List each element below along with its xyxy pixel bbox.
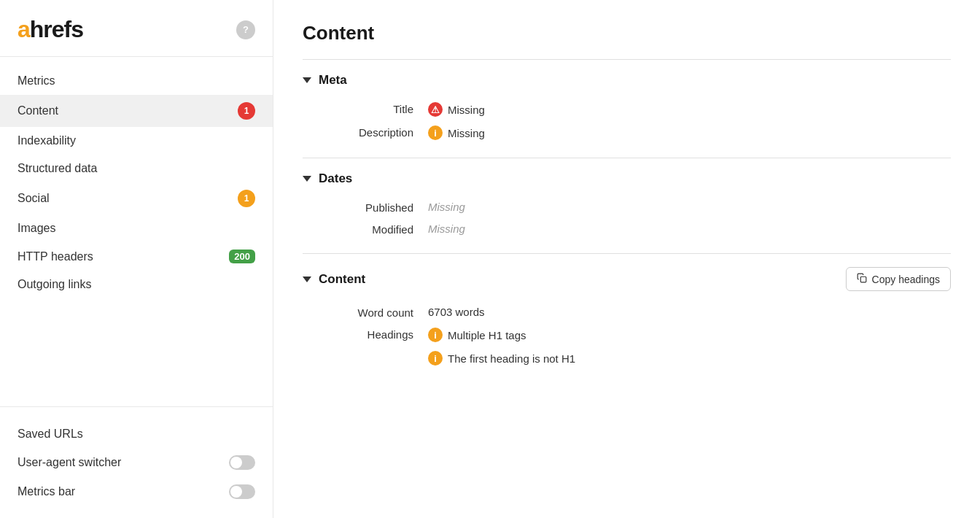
badge-http-headers: 200 <box>229 250 255 263</box>
sidebar-item-label-structured-data: Structured data <box>18 162 97 175</box>
info-icon: i <box>428 125 443 140</box>
sidebar-bottom: Saved URLsUser-agent switcherMetrics bar <box>0 413 273 518</box>
field-text-meta-1: Missing <box>448 127 485 139</box>
field-value-meta-1: iMissing <box>428 125 485 140</box>
sidebar-logo-area: ahrefs ? <box>0 0 273 57</box>
toggle-label-user-agent-switcher: User-agent switcher <box>18 456 121 469</box>
field-label-content-1: Headings <box>326 328 413 341</box>
copy-headings-label: Copy headings <box>872 274 940 285</box>
sidebar-item-label-http-headers: HTTP headers <box>18 250 93 263</box>
section-header-left-content: Content <box>303 272 365 287</box>
section-dates: DatesPublishedMissingModifiedMissing <box>303 158 951 253</box>
field-label-dates-1: Modified <box>326 223 413 236</box>
field-value-dates-1: Missing <box>428 223 465 235</box>
sidebar-item-indexability[interactable]: Indexability <box>0 127 273 155</box>
section-title-dates: Dates <box>319 171 352 186</box>
sidebar-item-label-saved-urls: Saved URLs <box>18 428 83 441</box>
main-content: Content MetaTitle⚠MissingDescriptioniMis… <box>273 0 980 518</box>
field-label-dates-0: Published <box>326 201 413 214</box>
field-value-content-0: 6703 words <box>428 306 485 318</box>
warning-icon: ⚠ <box>428 102 443 117</box>
section-title-content: Content <box>319 272 365 287</box>
field-label-content-2 <box>326 351 413 352</box>
sidebar-item-http-headers[interactable]: HTTP headers200 <box>0 242 273 271</box>
chevron-content[interactable] <box>303 277 311 282</box>
toggle-row-user-agent-switcher: User-agent switcher <box>0 448 273 477</box>
toggle-user-agent-switcher[interactable] <box>229 455 255 470</box>
badge-social: 1 <box>238 190 255 207</box>
page-title: Content <box>303 22 951 45</box>
field-row-content-2: iThe first heading is not H1 <box>303 347 951 370</box>
field-value-content-1: iMultiple H1 tags <box>428 328 526 342</box>
copy-icon <box>857 273 867 285</box>
field-row-content-1: HeadingsiMultiple H1 tags <box>303 323 951 347</box>
chevron-meta[interactable] <box>303 77 311 83</box>
field-row-meta-0: Title⚠Missing <box>303 98 951 121</box>
field-value-content-2: iThe first heading is not H1 <box>428 351 575 366</box>
info-icon: i <box>428 328 443 342</box>
sidebar-divider <box>0 406 273 407</box>
field-text-dates-0: Missing <box>428 201 465 213</box>
toggle-label-metrics-bar: Metrics bar <box>18 485 75 498</box>
svg-rect-0 <box>860 277 866 282</box>
info-icon: i <box>428 351 443 366</box>
field-label-meta-1: Description <box>326 125 413 139</box>
sidebar-item-label-images: Images <box>18 222 55 235</box>
field-label-meta-0: Title <box>326 102 413 115</box>
field-row-dates-0: PublishedMissing <box>303 196 951 218</box>
field-label-content-0: Word count <box>326 306 413 319</box>
field-text-meta-0: Missing <box>448 104 485 116</box>
section-header-row-content: ContentCopy headings <box>303 267 951 291</box>
field-value-dates-0: Missing <box>428 201 465 213</box>
section-content: ContentCopy headingsWord count6703 words… <box>303 253 951 383</box>
section-meta: MetaTitle⚠MissingDescriptioniMissing <box>303 59 951 158</box>
sidebar-item-label-social: Social <box>18 192 50 205</box>
field-text-content-1: Multiple H1 tags <box>448 329 526 341</box>
sidebar-item-outgoing-links[interactable]: Outgoing links <box>0 271 273 298</box>
logo-dark: hrefs <box>30 16 83 42</box>
logo-orange: a <box>18 16 30 42</box>
toggle-row-metrics-bar: Metrics bar <box>0 477 273 506</box>
sidebar-item-social[interactable]: Social1 <box>0 182 273 214</box>
sidebar-item-label-outgoing-links: Outgoing links <box>18 278 91 291</box>
sidebar: ahrefs ? MetricsContent1IndexabilityStru… <box>0 0 273 518</box>
field-value-meta-0: ⚠Missing <box>428 102 485 117</box>
sidebar-item-saved-urls[interactable]: Saved URLs <box>0 420 273 448</box>
section-header-dates: Dates <box>303 171 951 186</box>
help-icon[interactable]: ? <box>236 20 255 39</box>
sidebar-item-structured-data[interactable]: Structured data <box>0 155 273 182</box>
sidebar-item-label-content: Content <box>18 104 58 117</box>
sidebar-item-images[interactable]: Images <box>0 214 273 242</box>
sidebar-item-label-indexability: Indexability <box>18 134 76 147</box>
badge-content: 1 <box>238 102 255 120</box>
toggle-metrics-bar[interactable] <box>229 484 255 499</box>
logo: ahrefs <box>18 16 83 43</box>
section-header-meta: Meta <box>303 73 951 88</box>
field-text-content-2: The first heading is not H1 <box>448 352 575 365</box>
sidebar-nav: MetricsContent1IndexabilityStructured da… <box>0 57 273 401</box>
field-row-dates-1: ModifiedMissing <box>303 218 951 240</box>
sidebar-item-label-metrics: Metrics <box>18 74 55 88</box>
field-row-content-0: Word count6703 words <box>303 301 951 323</box>
field-text-dates-1: Missing <box>428 223 465 235</box>
chevron-dates[interactable] <box>303 176 311 182</box>
section-title-meta: Meta <box>319 73 347 88</box>
field-row-meta-1: DescriptioniMissing <box>303 121 951 144</box>
sidebar-item-metrics[interactable]: Metrics <box>0 67 273 95</box>
sidebar-item-content[interactable]: Content1 <box>0 95 273 127</box>
field-text-content-0: 6703 words <box>428 306 485 318</box>
copy-headings-button[interactable]: Copy headings <box>846 267 951 291</box>
